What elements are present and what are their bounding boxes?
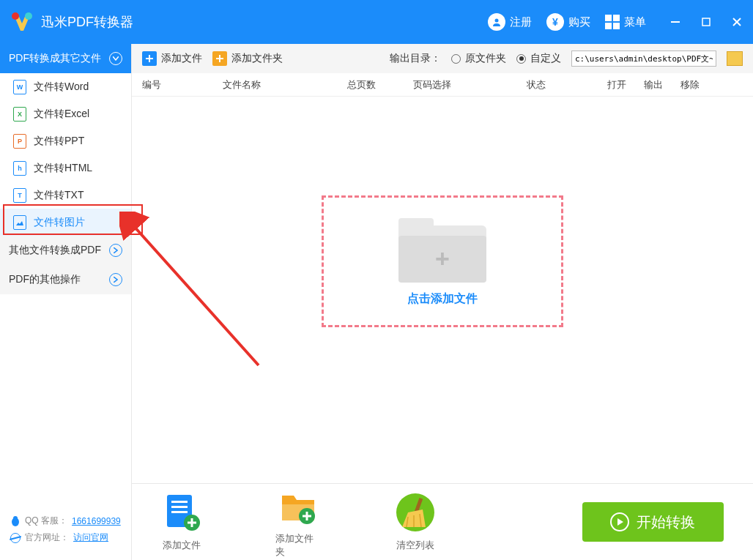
bottom-add-folder-label: 添加文件夹: [275, 532, 322, 559]
sidebar-item-label: 文件转HTML: [34, 162, 92, 175]
sidebar-footer: QQ 客服： 1661699939 官方网址： 访问官网: [0, 507, 131, 560]
svg-point-2: [495, 19, 499, 23]
output-dir-label: 输出目录：: [390, 52, 441, 65]
bottom-clear-label: 清空列表: [396, 539, 434, 552]
table-header: 编号 文件名称 总页数 页码选择 状态 打开 输出 移除: [132, 73, 753, 97]
column-page-select: 页码选择: [413, 78, 527, 92]
image-icon: [13, 215, 26, 230]
qq-icon: [10, 515, 21, 527]
radio-custom-folder[interactable]: 自定义: [516, 52, 561, 65]
add-folder-label: 添加文件夹: [231, 52, 283, 65]
chevron-down-icon: [109, 52, 122, 65]
add-file-button[interactable]: 添加文件: [142, 51, 202, 66]
bottom-clear-list[interactable]: 清空列表: [395, 492, 436, 552]
output-path-input[interactable]: [571, 51, 716, 67]
sidebar-item-to-txt[interactable]: T 文件转TXT: [0, 182, 131, 209]
folder-icon: +: [398, 217, 486, 283]
logo-icon: [9, 9, 35, 35]
sidebar-section-label: 其他文件转换成PDF: [9, 244, 101, 257]
sidebar-section-label: PDF的其他操作: [9, 273, 81, 286]
column-number: 编号: [142, 78, 223, 92]
drop-zone[interactable]: + 点击添加文件: [322, 195, 563, 327]
play-icon: [610, 512, 629, 531]
svg-rect-14: [171, 501, 188, 503]
toolbar: 添加文件 添加文件夹 输出目录： 原文件夹 自定义: [132, 44, 753, 73]
yen-icon: ¥: [546, 13, 564, 31]
minimize-button[interactable]: [668, 15, 683, 29]
app-logo: 迅米PDF转换器: [9, 9, 133, 35]
sidebar-section-other-to-pdf[interactable]: 其他文件转换成PDF: [0, 236, 131, 265]
ppt-icon: P: [13, 134, 26, 149]
add-folder-button[interactable]: 添加文件夹: [212, 51, 283, 66]
sidebar-section-label: PDF转换成其它文件: [9, 52, 101, 65]
sidebar-item-label: 文件转Excel: [34, 108, 89, 121]
register-label: 注册: [510, 15, 532, 29]
site-label: 官方网址：: [25, 531, 69, 544]
bottom-add-file-label: 添加文件: [163, 539, 201, 552]
start-label: 开始转换: [637, 512, 695, 532]
start-convert-button[interactable]: 开始转换: [582, 502, 724, 542]
bottom-add-file[interactable]: 添加文件: [161, 492, 202, 552]
folder-plus-icon: [212, 51, 227, 66]
column-filename: 文件名称: [223, 78, 347, 92]
sidebar-item-label: 文件转图片: [34, 216, 85, 229]
svg-point-0: [12, 12, 19, 20]
sidebar: PDF转换成其它文件 W 文件转Word X 文件转Excel P 文件转PPT…: [0, 44, 132, 560]
excel-icon: X: [13, 107, 26, 122]
drop-zone-text: 点击添加文件: [407, 291, 478, 307]
app-title: 迅米PDF转换器: [41, 13, 133, 31]
browse-folder-button[interactable]: [727, 51, 743, 66]
titlebar: 迅米PDF转换器 注册 ¥ 购买 菜单: [0, 0, 753, 44]
menu-button[interactable]: 菜单: [598, 12, 653, 32]
sidebar-item-to-ppt[interactable]: P 文件转PPT: [0, 127, 131, 154]
column-open: 打开: [607, 78, 644, 92]
sidebar-section-pdf-ops[interactable]: PDF的其他操作: [0, 265, 131, 294]
chevron-right-icon: [109, 244, 122, 257]
user-icon: [488, 13, 505, 31]
html-icon: h: [13, 161, 26, 176]
sidebar-item-label: 文件转PPT: [34, 135, 84, 148]
file-plus-icon: [142, 51, 157, 66]
radio-label: 原文件夹: [465, 52, 506, 65]
column-remove: 移除: [680, 78, 717, 92]
chevron-right-icon: [109, 273, 122, 286]
sidebar-section-pdf-to-other[interactable]: PDF转换成其它文件: [0, 44, 131, 73]
sidebar-item-label: 文件转Word: [34, 81, 89, 94]
svg-rect-15: [171, 506, 188, 508]
radio-checked-icon: [516, 54, 526, 64]
sidebar-item-to-excel[interactable]: X 文件转Excel: [0, 100, 131, 127]
sidebar-item-to-image[interactable]: 文件转图片: [0, 209, 131, 236]
qq-link[interactable]: 1661699939: [72, 516, 121, 526]
folder-plus-big-icon: [278, 485, 319, 526]
menu-label: 菜单: [624, 15, 646, 29]
add-file-label: 添加文件: [161, 52, 202, 65]
grid-icon: [605, 15, 620, 29]
radio-original-folder[interactable]: 原文件夹: [451, 52, 506, 65]
site-link[interactable]: 访问官网: [73, 531, 108, 544]
file-plus-big-icon: [161, 492, 202, 533]
file-list-area: + 点击添加文件: [132, 97, 753, 483]
svg-point-8: [13, 516, 18, 520]
svg-rect-4: [702, 18, 710, 26]
maximize-button[interactable]: [699, 15, 713, 29]
bottombar: 添加文件 添加文件夹 清空列表 开始转换: [132, 483, 753, 560]
radio-icon: [451, 54, 461, 64]
content-area: 添加文件 添加文件夹 输出目录： 原文件夹 自定义 编号 文件名称 总页数: [132, 44, 753, 560]
radio-label: 自定义: [530, 52, 561, 65]
buy-label: 购买: [568, 15, 590, 29]
column-status: 状态: [527, 78, 607, 92]
broom-icon: [395, 492, 436, 533]
bottom-add-folder[interactable]: 添加文件夹: [275, 485, 322, 559]
buy-button[interactable]: ¥ 购买: [539, 10, 598, 34]
txt-icon: T: [13, 188, 26, 203]
sidebar-item-to-html[interactable]: h 文件转HTML: [0, 154, 131, 182]
register-button[interactable]: 注册: [481, 10, 539, 34]
column-output: 输出: [644, 78, 680, 92]
sidebar-item-to-word[interactable]: W 文件转Word: [0, 73, 131, 100]
svg-point-1: [25, 12, 32, 20]
qq-label: QQ 客服：: [25, 515, 67, 527]
ie-icon: [10, 533, 21, 543]
close-button[interactable]: [730, 15, 744, 29]
column-pages: 总页数: [347, 78, 413, 92]
sidebar-item-label: 文件转TXT: [34, 189, 84, 202]
